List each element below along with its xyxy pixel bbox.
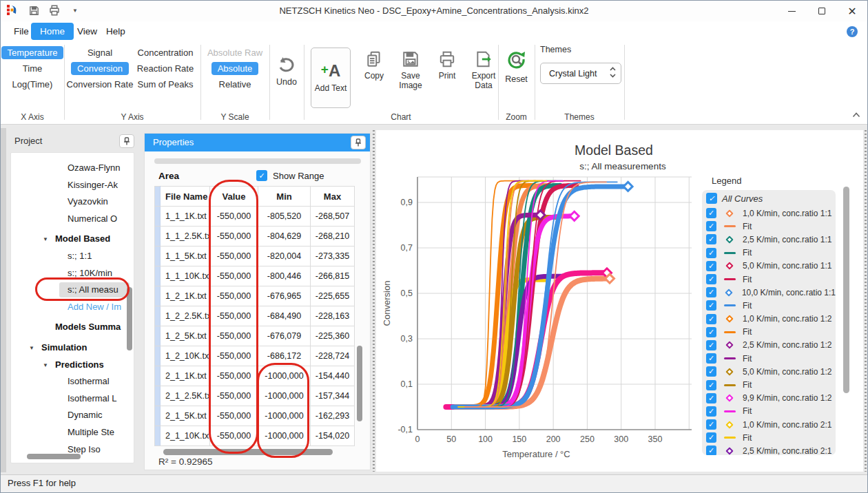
panel-splitter-right[interactable] [865,130,867,472]
tree-item-add-new-im[interactable]: Add New / Im [11,299,134,316]
legend-scrollbar[interactable] [843,187,849,393]
legend-checkbox[interactable]: ✓ [706,274,716,284]
help-icon[interactable]: ? [847,26,858,37]
table-row[interactable]: 1_2_5K.txt-550,000-676,079-225,360 [155,326,355,346]
tree-item-dynamic[interactable]: Dynamic [11,407,134,424]
column-header-value[interactable]: Value [210,187,258,207]
menu-home[interactable]: Home [31,23,74,40]
properties-pin-icon[interactable] [351,136,366,149]
xaxis-button-log-time-[interactable]: Log(Time) [6,78,59,91]
yaxis-button-concentration[interactable]: Concentration [132,46,200,59]
show-range-checkbox[interactable]: ✓ [256,170,267,181]
table-row[interactable]: 2_1_1K.txt-550,000-1000,000-154,440 [155,366,355,386]
project-horizontal-scrollbar[interactable] [27,454,81,459]
table-row[interactable]: 2_1_5K.txt-550,000-1000,000-162,293 [155,406,355,426]
table-cell: 2_1_1K.txt [161,366,210,386]
legend-checkbox[interactable]: ✓ [706,393,716,403]
table-row[interactable]: 1_2_10K.txt-550,000-686,172-228,724 [155,346,355,366]
legend-checkbox[interactable]: ✓ [706,261,716,271]
tree-item-predictions[interactable]: ▼Predictions [11,357,134,374]
legend-checkbox[interactable]: ✓ [706,419,716,430]
table-row[interactable]: 1_2_2.5K.txt-550,000-684,490-228,163 [155,306,355,326]
properties-top-scrollbar[interactable] [154,158,361,164]
properties-panel: Properties Area ✓ Show Range File NameVa… [144,133,371,470]
column-header-file-name[interactable]: File Name [161,187,210,207]
project-vertical-scrollbar[interactable] [127,287,132,350]
tree-item-s-10k-min[interactable]: s:; 10K/min [11,265,134,282]
legend-checkbox[interactable]: ✓ [706,300,716,311]
export-data-button[interactable]: Export Data [466,50,502,91]
project-pin-icon[interactable] [119,134,134,148]
add-text-button[interactable]: +A Add Text [311,48,351,108]
legend-checkbox[interactable]: ✓ [706,380,716,390]
tree-item-kissinger-ak[interactable]: Kissinger-Ak [11,177,134,194]
column-header-min[interactable]: Min [258,187,311,207]
legend-checkbox[interactable]: ✓ [706,445,716,455]
yscale-button-absolute[interactable]: Absolute [211,62,259,75]
tree-item-multiple-ste[interactable]: Multiple Ste [11,424,134,441]
xaxis-button-time[interactable]: Time [17,62,48,75]
save-image-button[interactable]: Save Image [393,50,428,91]
legend-checkbox[interactable]: ✓ [706,353,716,364]
legend-checkbox[interactable]: ✓ [706,314,716,324]
tree-item-models-summa[interactable]: Models Summa [11,319,134,336]
yaxis-button-signal[interactable]: Signal [81,46,118,59]
spinner-arrows-icon[interactable] [609,66,617,81]
yaxis-button-conversion[interactable]: Conversion [71,62,129,75]
table-row[interactable]: 1_2_1K.txt-550,000-676,965-225,655 [155,286,355,306]
table-row[interactable]: 2_1_10K.txt-550,000-1000,000-154,020 [155,426,355,446]
print-button[interactable]: Print [429,50,465,91]
table-row[interactable]: 1_1_10K.txt-550,000-800,446-266,815 [155,266,355,286]
tree-item-numerical-o[interactable]: Numerical O [11,211,134,228]
undo-button[interactable]: Undo [269,56,304,87]
properties-vertical-scrollbar[interactable] [357,346,362,421]
yaxis-button-reaction-rate[interactable]: Reaction Rate [131,62,200,75]
tree-item-model-based[interactable]: ▼Model Based [11,231,134,248]
minimize-button[interactable] [776,1,807,21]
legend-title: Legend [712,176,741,186]
maximize-button[interactable] [807,1,837,21]
legend-checkbox[interactable]: ✓ [706,287,716,297]
table-cell: -266,815 [311,266,355,286]
legend-checkbox[interactable]: ✓ [706,221,716,231]
reset-zoom-button[interactable]: Reset [498,50,535,84]
tree-item-vyazovkin[interactable]: Vyazovkin [11,193,134,211]
legend-checkbox[interactable]: ✓ [706,248,716,258]
yaxis-button-conversion-rate[interactable]: Conversion Rate [61,78,140,91]
legend-checkbox[interactable]: ✓ [706,366,716,377]
legend-checkbox[interactable]: ✓ [706,340,716,350]
legend-checkbox[interactable]: ✓ [706,208,716,218]
tree-item-isothermal[interactable]: Isothermal [11,373,134,390]
tree-item-ozawa-flynn[interactable]: Ozawa-Flynn [11,160,134,177]
legend-checkbox[interactable]: ✓ [706,432,716,443]
legend-item: ✓Fit [702,220,836,233]
tree-item-isothermal-l[interactable]: Isothermal L [11,390,134,408]
menu-help[interactable]: Help [97,23,134,40]
row-stripe [155,426,161,446]
tree-item-s-all-measu[interactable]: s:; All measu [11,282,134,299]
table-row[interactable]: 1_1_5K.txt-550,000-820,004-273,335 [155,246,355,266]
table-cell: 1_2_5K.txt [161,326,210,346]
properties-horizontal-scrollbar[interactable] [163,449,333,455]
legend-checkbox[interactable]: ✓ [706,327,716,337]
legend-marker [721,290,737,295]
yaxis-button-sum-of-peaks[interactable]: Sum of Peaks [132,78,200,91]
tree-item-s-1-1[interactable]: s:; 1:1 [11,248,134,265]
table-row[interactable]: 1_1_2.5K.txt-550,000-804,629-268,210 [155,227,355,246]
svg-text:50: 50 [446,434,456,444]
close-button[interactable]: ✕ [837,1,867,21]
table-row[interactable]: 2_1_2.5K.txt-550,000-1000,000-157,344 [155,386,355,406]
legend-checkbox[interactable]: ✓ [706,234,716,244]
yscale-button-relative[interactable]: Relative [213,78,258,91]
table-row[interactable]: 1_1_1K.txt-550,000-805,520-268,507 [155,207,355,227]
theme-select[interactable]: Crystal Light [540,63,621,84]
panel-splitter-left[interactable] [373,130,375,472]
column-header-max[interactable]: Max [311,187,355,207]
copy-button[interactable]: Copy [356,50,392,91]
collapse-ribbon-icon[interactable] [852,109,860,120]
xaxis-button-temperature[interactable]: Temperature [1,46,64,59]
legend-checkbox[interactable]: ✓ [706,406,716,417]
tree-item-simulation[interactable]: ▼Simulation [11,339,134,357]
legend-checkbox[interactable]: ✓ [706,193,717,204]
legend-label: Fit [743,275,752,284]
